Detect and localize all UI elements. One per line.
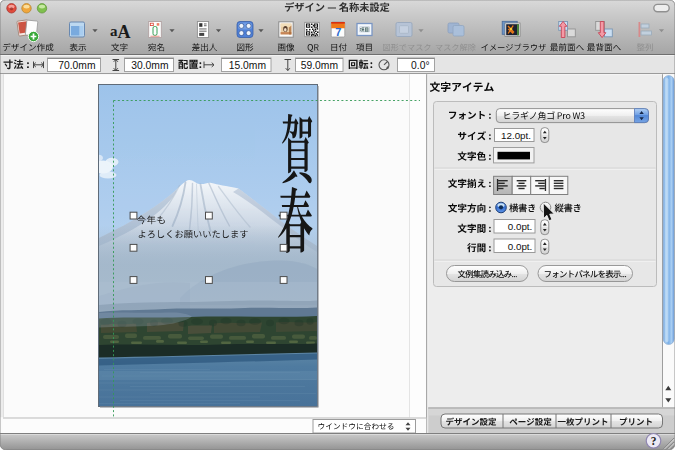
svg-text:15.0mm: 15.0mm bbox=[229, 60, 266, 71]
svg-text:0.0pt.: 0.0pt. bbox=[508, 241, 533, 252]
svg-text:59.0mm: 59.0mm bbox=[301, 60, 338, 71]
svg-text:70.0mm: 70.0mm bbox=[58, 60, 95, 71]
svg-text:0.0°: 0.0° bbox=[411, 60, 429, 71]
svg-text:12.0pt.: 12.0pt. bbox=[501, 130, 531, 141]
svg-text:A: A bbox=[118, 22, 131, 42]
svg-text:0.0pt.: 0.0pt. bbox=[508, 221, 533, 232]
svg-text:7: 7 bbox=[335, 26, 341, 38]
svg-text:30.0mm: 30.0mm bbox=[131, 60, 168, 71]
svg-text:?: ? bbox=[651, 435, 657, 447]
